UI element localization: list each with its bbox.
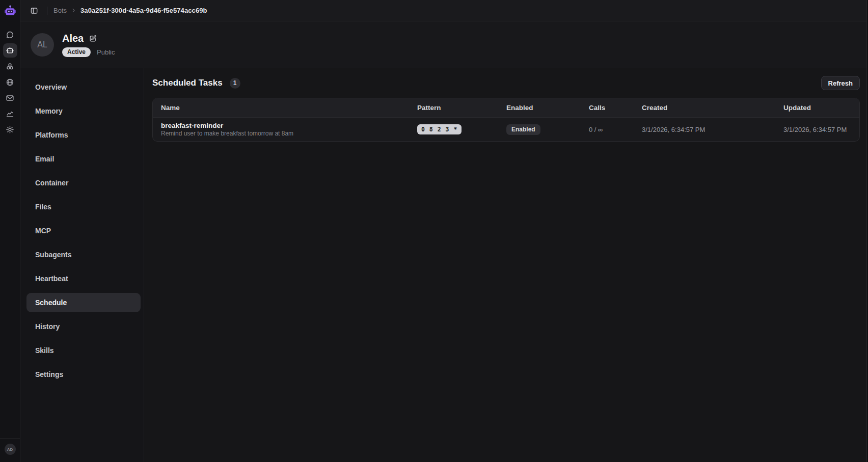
breadcrumb-current-id: 3a0a251f-300d-4a5a-9d46-f5e574acc69b [80, 7, 207, 14]
sidebar-item-history[interactable]: History [26, 317, 141, 336]
sidebar-item-schedule[interactable]: Schedule [26, 293, 141, 312]
sidebar-item-overview[interactable]: Overview [26, 77, 141, 97]
table-header-row: Name Pattern Enabled Calls Created Updat… [153, 98, 859, 118]
enabled-badge: Enabled [506, 124, 540, 135]
main-column: Bots 3a0a251f-300d-4a5a-9d46-f5e574acc69… [20, 0, 868, 462]
task-count-badge: 1 [230, 78, 240, 89]
task-name: breakfast-reminder [161, 121, 401, 130]
visibility-label: Public [97, 48, 115, 56]
sidebar-item-heartbeat[interactable]: Heartbeat [26, 269, 141, 288]
edit-name-icon[interactable] [89, 35, 97, 42]
task-enabled-cell: Enabled [498, 124, 581, 135]
task-name-cell: breakfast-reminder Remind user to make b… [153, 121, 409, 138]
scheduled-tasks-panel: Scheduled Tasks 1 Refresh Name Pattern E… [144, 68, 868, 462]
sidebar-item-mcp[interactable]: MCP [26, 221, 141, 240]
column-header-calls: Calls [581, 104, 634, 112]
app-window: AD Bots 3a0a251f-300d-4a5a-9d46-f5e57 [0, 0, 868, 462]
chevron-right-icon [71, 8, 76, 13]
cron-pattern-badge: 0 8 2 3 * [417, 124, 462, 134]
breadcrumb: Bots 3a0a251f-300d-4a5a-9d46-f5e574acc69… [53, 7, 207, 14]
column-header-name: Name [153, 104, 409, 112]
task-description: Remind user to make breakfast tomorrow a… [161, 130, 401, 138]
globe-icon[interactable] [3, 75, 17, 89]
rail-footer: AD [0, 438, 20, 462]
column-header-updated: Updated [775, 104, 859, 112]
bot-header-text: Alea Active Public [62, 33, 115, 57]
bot-icon[interactable] [3, 43, 17, 58]
sidebar-item-files[interactable]: Files [26, 197, 141, 216]
scheduled-tasks-table: Name Pattern Enabled Calls Created Updat… [152, 98, 860, 142]
refresh-button[interactable]: Refresh [821, 76, 860, 90]
sidebar-item-subagents[interactable]: Subagents [26, 245, 141, 264]
app-logo-robot-icon[interactable] [4, 4, 17, 17]
topbar-divider [47, 7, 47, 15]
page-title: Scheduled Tasks [152, 78, 223, 88]
breadcrumb-bots-link[interactable]: Bots [53, 7, 67, 14]
column-header-enabled: Enabled [498, 104, 581, 112]
bot-avatar: AL [31, 33, 54, 57]
sidebar-item-memory[interactable]: Memory [26, 101, 141, 121]
nodes-icon[interactable] [3, 59, 17, 73]
task-calls-cell: 0 / ∞ [581, 126, 634, 133]
bot-name-title: Alea [62, 33, 84, 44]
user-avatar[interactable]: AD [5, 444, 16, 455]
bot-header: AL Alea Active Public [20, 21, 868, 68]
status-badge: Active [62, 47, 91, 57]
sidebar-item-skills[interactable]: Skills [26, 341, 141, 360]
topbar: Bots 3a0a251f-300d-4a5a-9d46-f5e574acc69… [20, 0, 868, 21]
sidebar-nav: Overview Memory Platforms Email Containe… [20, 68, 144, 462]
icon-rail: AD [0, 0, 20, 462]
chat-icon[interactable] [3, 28, 17, 42]
sidebar-item-settings[interactable]: Settings [26, 365, 141, 384]
gear-icon[interactable] [3, 122, 17, 137]
sidebar-item-platforms[interactable]: Platforms [26, 125, 141, 145]
table-row[interactable]: breakfast-reminder Remind user to make b… [153, 118, 859, 141]
mail-icon[interactable] [3, 91, 17, 105]
column-header-pattern: Pattern [409, 104, 498, 112]
panel-header: Scheduled Tasks 1 Refresh [152, 75, 860, 91]
sidebar-item-email[interactable]: Email [26, 149, 141, 169]
task-pattern-cell: 0 8 2 3 * [409, 124, 498, 134]
task-created-cell: 3/1/2026, 6:34:57 PM [634, 126, 775, 133]
body-row: Overview Memory Platforms Email Containe… [20, 68, 868, 462]
sidebar-toggle-icon[interactable] [28, 4, 41, 17]
column-header-created: Created [634, 104, 775, 112]
sidebar-item-container[interactable]: Container [26, 173, 141, 193]
task-updated-cell: 3/1/2026, 6:34:57 PM [775, 126, 859, 133]
chart-icon[interactable] [3, 106, 17, 121]
